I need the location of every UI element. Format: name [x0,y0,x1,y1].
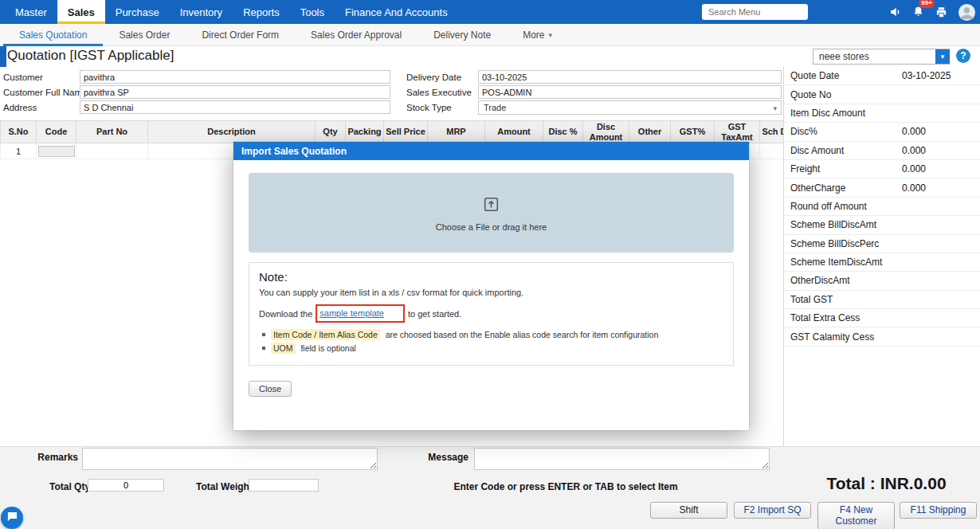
print-icon[interactable] [935,6,948,18]
summary-row-scheme-itemdiscamt: Scheme ItemDiscAmt [784,253,980,272]
col-mrp: MRP [428,121,485,143]
page-title: Quotation [IGST Applicable] [7,48,174,64]
import-sales-quotation-modal: Import Sales Quotation Choose a File or … [233,142,749,430]
remarks-textarea[interactable] [82,448,378,470]
col-qty: Qty [316,121,346,143]
total-weight-label: Total Weight [196,481,253,492]
item-code-input[interactable] [38,146,75,157]
stock-type-select[interactable]: Trade ▾ [478,100,782,115]
total-qty-label: Total Qty [49,481,90,492]
message-label: Message [413,452,468,463]
modal-body: Choose a File or drag it here Note: You … [233,160,749,366]
topnav-icons: 99+ [884,0,980,24]
customer-full-name-label: Customer Full Name [3,88,87,97]
search-input[interactable] [702,4,808,20]
total-qty-input[interactable] [88,479,164,492]
tab-direct-order-form[interactable]: Direct Order Form [186,24,295,46]
row1-code-cell [37,143,76,159]
total-weight-input[interactable] [249,479,319,492]
announcement-icon[interactable] [888,6,903,18]
remarks-label: Remarks [22,452,78,463]
col-code: Code [37,121,76,143]
delivery-date-label: Delivery Date [406,72,461,82]
summary-row-gst-calamity-cess: GST Calamity Cess [784,327,980,346]
chevron-down-icon: ▾ [773,102,777,115]
delivery-date-input[interactable] [478,70,782,84]
customer-full-name-input[interactable] [80,85,390,99]
summary-row-other-charge: OtherCharge0.000 [784,178,980,197]
note-line: You can supply your item list in a xls /… [259,288,723,297]
download-prefix: Download the [259,309,312,319]
summary-row-scheme-billdiscamt: Scheme BillDiscAmt [784,216,980,234]
col-part-no: Part No [76,121,148,143]
stock-type-value: Trade [484,103,506,112]
tab-sales-quotation[interactable]: Sales Quotation [3,24,103,46]
summary-row-item-disc-amount: Item Disc Amount [784,104,980,123]
bullet-highlight: Item Code / Item Alias Code [271,329,380,340]
col-disc-pct: Disc % [543,121,583,143]
stock-type-label: Stock Type [406,103,452,112]
dropzone-text: Choose a File or drag it here [436,222,547,232]
download-line: Download the sample template to get star… [259,304,723,323]
user-avatar[interactable] [958,3,976,22]
summary-row-disc-pct: Disc%0.000 [784,123,980,141]
col-gst-taxamt: GST TaxAmt [715,121,760,143]
summary-row-round-off: Round off Amount [784,198,980,216]
customer-input[interactable] [80,70,390,84]
shift-button[interactable]: Shift [650,502,727,519]
chat-icon [6,511,18,525]
summary-row-quote-no: Quote No [784,85,980,104]
menu-item-tools[interactable]: Tools [290,0,335,24]
sales-executive-label: Sales Executive [406,88,472,97]
download-suffix: to get started. [408,309,461,319]
tab-more[interactable]: More ▾ [507,24,568,46]
tab-sales-order[interactable]: Sales Order [103,24,186,46]
note-box: Note: You can supply your item list in a… [249,262,734,366]
col-packing: Packing [346,121,384,143]
f4-new-customer-button[interactable]: F4 New Customer [817,502,895,529]
menu-item-master[interactable]: Master [5,0,57,24]
menu-item-finance[interactable]: Finance And Accounts [335,0,458,24]
sample-template-link[interactable]: sample template [319,308,384,318]
store-select-caret-icon[interactable]: ▾ [935,49,950,64]
menu-item-purchase[interactable]: Purchase [105,0,170,24]
summary-row-otherdiscamt: OtherDiscAmt [784,272,980,290]
menu-item-inventory[interactable]: Inventory [170,0,233,24]
summary-row-freight: Freight0.000 [784,160,980,178]
upload-icon [481,194,501,217]
col-sell-price: Sell Price [384,121,428,143]
main-menu: Master Sales Purchase Inventory Reports … [0,0,980,24]
menu-item-reports[interactable]: Reports [233,0,290,24]
store-select[interactable]: neee stores [813,49,950,65]
note-title: Note: [259,270,723,284]
modal-header: Import Sales Quotation [233,142,749,160]
f2-import-sq-button[interactable]: F2 Import SQ [734,502,811,519]
summary-row-total-gst: Total GST [784,291,980,309]
file-dropzone[interactable]: Choose a File or drag it here [249,173,734,253]
col-other: Other [629,121,671,143]
notifications-bell-icon[interactable]: 99+ [912,6,924,18]
summary-row-quote-date: Quote Date03-10-2025 [784,67,980,85]
chevron-down-icon: ▾ [549,31,553,39]
bullet-item-code: Item Code / Item Alias Code are choosed … [262,330,723,339]
bullet-highlight: UOM [271,343,296,354]
item-entry-hint: Enter Code or press ENTER or TAB to sele… [434,481,697,492]
close-button[interactable]: Close [249,381,292,397]
col-amount: Amount [485,121,543,143]
grid-header-row: S.No Code Part No Description Qty Packin… [1,121,784,143]
tab-sales-order-approval[interactable]: Sales Order Approval [295,24,417,46]
bullet-uom: UOM field is optional [262,343,723,353]
tab-delivery-note[interactable]: Delivery Note [417,24,507,46]
menu-item-sales[interactable]: Sales [57,0,105,24]
help-icon[interactable]: ? [956,49,970,63]
col-gst-pct: GST% [671,121,715,143]
chat-fab[interactable] [1,507,23,529]
col-disc-amount: Disc Amount [583,121,629,143]
annotation-highlight-box: sample template [316,304,405,323]
sales-executive-input[interactable] [478,85,782,99]
summary-row-disc-amount: Disc Amount0.000 [784,142,980,160]
message-textarea[interactable] [474,448,770,470]
address-input[interactable] [80,100,390,114]
f11-shipping-button[interactable]: F11 Shipping [900,502,977,519]
modal-title: Import Sales Quotation [241,146,347,157]
